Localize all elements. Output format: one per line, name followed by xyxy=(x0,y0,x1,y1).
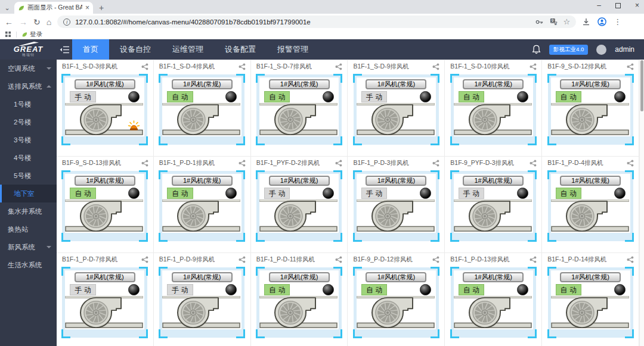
fan-widget[interactable]: 1#风机(常规) 手 动 xyxy=(62,74,147,145)
window-minimize-button[interactable]: – xyxy=(597,1,601,10)
fan-label-button[interactable]: 1#风机(常规) xyxy=(463,176,524,186)
mode-indicator[interactable]: 手 动 xyxy=(361,188,387,199)
share-icon[interactable] xyxy=(627,63,634,70)
share-icon[interactable] xyxy=(141,160,148,167)
fan-widget[interactable]: 1#风机(常规) 手 动 xyxy=(62,267,147,338)
fan-widget[interactable]: 1#风机(常规) 自 动 xyxy=(159,74,244,145)
sidebar-item-3[interactable]: 2号楼 xyxy=(0,113,57,131)
share-icon[interactable] xyxy=(141,63,148,70)
home-button[interactable]: ⌂ xyxy=(47,17,51,27)
sidebar-item-0[interactable]: 空调系统 xyxy=(0,60,57,77)
mode-indicator[interactable]: 自 动 xyxy=(70,188,95,199)
knob-icon[interactable] xyxy=(517,188,528,199)
username[interactable]: admin xyxy=(615,45,634,54)
profile-avatar-icon[interactable] xyxy=(597,17,606,26)
share-icon[interactable] xyxy=(530,160,537,167)
share-icon[interactable] xyxy=(432,63,439,70)
fan-widget[interactable]: 1#风机(常规) 手 动 xyxy=(354,74,439,145)
fan-widget[interactable]: 1#风机(常规) 手 动 xyxy=(159,267,244,338)
knob-icon[interactable] xyxy=(323,188,334,199)
share-icon[interactable] xyxy=(432,256,439,263)
mode-indicator[interactable]: 自 动 xyxy=(167,91,193,102)
sidebar-item-2[interactable]: 1号楼 xyxy=(0,95,57,113)
knob-icon[interactable] xyxy=(420,91,431,102)
knob-icon[interactable] xyxy=(517,91,528,102)
mode-indicator[interactable]: 自 动 xyxy=(167,188,193,199)
nav-item-3[interactable]: 设备配置 xyxy=(214,39,267,60)
fan-label-button[interactable]: 1#风机(常规) xyxy=(269,272,330,282)
sidebar-item-1[interactable]: 送排风系统 xyxy=(0,77,57,95)
nav-item-2[interactable]: 运维管理 xyxy=(162,39,214,60)
share-icon[interactable] xyxy=(239,160,246,167)
fan-widget[interactable]: 1#风机(常规) 自 动 xyxy=(451,267,536,338)
scrollbar-thumb[interactable] xyxy=(640,60,643,111)
fan-widget[interactable]: 1#风机(常规) 手 动 xyxy=(354,171,439,241)
tab-close-icon[interactable]: × xyxy=(85,4,89,12)
mode-indicator[interactable]: 手 动 xyxy=(459,188,484,199)
mode-indicator[interactable]: 自 动 xyxy=(264,284,290,295)
fan-widget[interactable]: 1#风机(常规) 自 动 xyxy=(548,74,633,145)
fan-widget[interactable]: 1#风机(常规) 自 动 xyxy=(159,171,244,241)
knob-icon[interactable] xyxy=(517,284,528,295)
new-tab-button[interactable]: + xyxy=(99,2,104,14)
fan-label-button[interactable]: 1#风机(常规) xyxy=(269,176,330,186)
knob-icon[interactable] xyxy=(614,188,626,199)
knob-icon[interactable] xyxy=(225,188,237,199)
fan-widget[interactable]: 1#风机(常规) 手 动 xyxy=(256,171,342,241)
fan-label-button[interactable]: 1#风机(常规) xyxy=(172,79,233,89)
fan-widget[interactable]: 1#风机(常规) 自 动 xyxy=(548,171,633,241)
knob-icon[interactable] xyxy=(323,91,334,102)
fan-label-button[interactable]: 1#风机(常规) xyxy=(463,79,524,89)
fan-widget[interactable]: 1#风机(常规) 自 动 xyxy=(62,171,147,241)
fan-label-button[interactable]: 1#风机(常规) xyxy=(75,79,135,89)
share-icon[interactable] xyxy=(239,256,246,263)
fan-label-button[interactable]: 1#风机(常规) xyxy=(560,176,621,186)
knob-icon[interactable] xyxy=(128,188,140,199)
scrollbar[interactable] xyxy=(639,60,644,346)
knob-icon[interactable] xyxy=(128,91,140,102)
share-icon[interactable] xyxy=(627,256,634,263)
nav-item-1[interactable]: 设备自控 xyxy=(109,39,162,60)
url-input[interactable]: i 127.0.0.1:8082/#/home/canvas-menu/4028… xyxy=(57,15,576,28)
translate-icon[interactable]: 文A xyxy=(550,18,558,26)
app-logo[interactable]: GREAT 格瑞特 xyxy=(0,39,57,60)
sidebar-item-7[interactable]: 地下室 xyxy=(0,185,57,202)
mode-indicator[interactable]: 手 动 xyxy=(70,91,95,102)
mode-indicator[interactable]: 手 动 xyxy=(361,91,387,102)
fan-label-button[interactable]: 1#风机(常规) xyxy=(366,176,426,186)
fan-label-button[interactable]: 1#风机(常规) xyxy=(75,272,135,282)
apps-grid-icon[interactable] xyxy=(5,31,11,38)
fan-label-button[interactable]: 1#风机(常规) xyxy=(560,79,621,89)
knob-icon[interactable] xyxy=(614,284,626,295)
sidebar-item-5[interactable]: 4号楼 xyxy=(0,149,57,167)
user-avatar[interactable] xyxy=(596,45,606,55)
window-close-button[interactable]: × xyxy=(635,1,639,10)
fan-widget[interactable]: 1#风机(常规) 自 动 xyxy=(451,74,536,145)
fan-label-button[interactable]: 1#风机(常规) xyxy=(463,272,524,282)
fan-widget[interactable]: 1#风机(常规) 自 动 xyxy=(548,267,633,338)
browser-menu-icon[interactable]: ⋮ xyxy=(614,17,621,26)
share-icon[interactable] xyxy=(530,63,537,70)
share-icon[interactable] xyxy=(141,256,148,263)
sidebar-item-10[interactable]: 新风系统 xyxy=(0,238,57,256)
share-icon[interactable] xyxy=(239,63,246,70)
nav-item-4[interactable]: 报警管理 xyxy=(267,39,319,60)
mode-indicator[interactable]: 手 动 xyxy=(264,188,290,199)
sidebar-item-9[interactable]: 换热站 xyxy=(0,220,57,238)
knob-icon[interactable] xyxy=(420,284,431,295)
sidebar-item-6[interactable]: 5号楼 xyxy=(0,167,57,185)
knob-icon[interactable] xyxy=(225,284,237,295)
sidebar-item-4[interactable]: 3号楼 xyxy=(0,131,57,149)
mode-indicator[interactable]: 自 动 xyxy=(459,284,484,295)
share-icon[interactable] xyxy=(335,63,342,70)
share-icon[interactable] xyxy=(530,256,537,263)
knob-icon[interactable] xyxy=(614,91,626,102)
forward-button[interactable]: → xyxy=(19,17,27,27)
fan-label-button[interactable]: 1#风机(常规) xyxy=(269,79,330,89)
share-icon[interactable] xyxy=(335,160,342,167)
reload-button[interactable]: ↻ xyxy=(33,17,41,27)
mode-indicator[interactable]: 手 动 xyxy=(70,284,95,295)
bookmark-star-icon[interactable]: ☆ xyxy=(564,17,571,26)
mode-indicator[interactable]: 自 动 xyxy=(556,91,581,102)
sidebar-item-11[interactable]: 生活水系统 xyxy=(0,256,57,274)
